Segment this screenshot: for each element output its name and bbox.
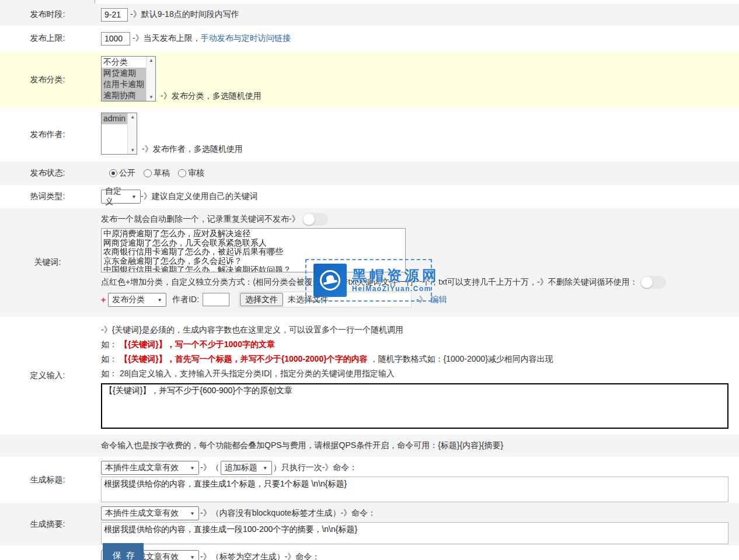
gen-title-after-text: ）只执行一次-》命令： bbox=[273, 463, 358, 473]
gen-summary-scope-value: 本插件生成文章有效 bbox=[105, 508, 179, 519]
radio-icon[interactable] bbox=[178, 169, 186, 177]
command-note-label-cell bbox=[0, 435, 95, 457]
chevron-down-icon: ▼ bbox=[157, 297, 162, 302]
define-input-example2: 如： 【{关键词}】，首先写一个标题，并写不少于{1000-2000}个字的内容… bbox=[101, 352, 739, 366]
publish-category-label: 发布分类: bbox=[0, 51, 95, 108]
publish-status-label: 发布状态: bbox=[0, 162, 95, 185]
define-input-example1: 如： 【{关键词}】，写一个不少于1000字的文章 bbox=[101, 337, 739, 352]
example-prefix: 如： bbox=[101, 369, 117, 378]
scroll-up-icon[interactable]: ▲ bbox=[130, 114, 135, 120]
category-option[interactable]: 网贷逾期 bbox=[102, 68, 146, 79]
form-row-publish-limit: 发布上限: -》当天发布上限， 手动发布与定时访问链接 bbox=[0, 26, 739, 51]
save-button[interactable]: 保存 bbox=[103, 543, 144, 560]
gen-title-mode-value: 追加标题 bbox=[225, 463, 257, 473]
example-prefix: 如： bbox=[101, 354, 117, 363]
author-id-input[interactable] bbox=[203, 293, 229, 306]
publish-author-hint: -》发布作者，多选随机使用 bbox=[142, 144, 243, 155]
example1-red-text: 【{关键词}】，写一个不少于1000字的文章 bbox=[120, 340, 275, 349]
gen-summary-hint: -》（内容没有blockquote标签才生成）-》命令： bbox=[200, 508, 376, 519]
gen-summary-command-textarea[interactable]: 根据我提供给你的内容，直接生成一段100-200个字的摘要，\n\n{标题} bbox=[101, 522, 728, 544]
hotword-type-label: 热词类型: bbox=[0, 185, 95, 208]
hotword-type-value: 自定义 bbox=[105, 186, 128, 207]
publish-time-input[interactable] bbox=[101, 8, 128, 22]
scroll-down-icon[interactable]: ▼ bbox=[149, 94, 154, 100]
gen-title-scope-select[interactable]: 本插件生成文章有效 ▼ bbox=[101, 461, 199, 475]
author-scrollbar[interactable]: ▲ ▼ bbox=[127, 113, 137, 154]
form-row-define-input: 定义输入: -》{关键词}是必须的，生成内容字数也在这里定义，可以设置多个一行一… bbox=[0, 317, 739, 435]
edit-link[interactable]: 编辑 bbox=[431, 295, 447, 305]
publish-author-label: 发布作者: bbox=[0, 108, 95, 162]
plugin-settings-page: 发布时段: -》默认9-18点的时间段内写作 发布上限: -》当天发布上限， 手… bbox=[0, 0, 739, 560]
gen-title-scope-value: 本插件生成文章有效 bbox=[105, 463, 179, 473]
example3-text: 28|自定义输入，支持输入开头指定分类ID|，指定分类的关键词使用指定输入 bbox=[120, 369, 395, 378]
author-id-label: 作者ID: bbox=[172, 295, 199, 305]
add-category-plus-icon[interactable]: + bbox=[101, 295, 106, 304]
define-input-textarea[interactable]: 【{关键词}】，并写不少于{600-900}个字的原创文章 bbox=[101, 383, 728, 429]
radio-draft[interactable]: 草稿 bbox=[144, 168, 170, 178]
keywords-dedupe-hint: 发布一个就会自动删除一个，记录重复关键词不发布-》 bbox=[101, 214, 300, 225]
chevron-down-icon: ▼ bbox=[263, 466, 268, 471]
publish-time-label: 发布时段: bbox=[0, 4, 95, 26]
category-option[interactable]: 不分类 bbox=[102, 57, 146, 68]
publish-limit-input[interactable] bbox=[101, 32, 130, 46]
manual-publish-link[interactable]: 手动发布与定时访问链接 bbox=[201, 33, 291, 44]
keyword-category-value: 发布分类 bbox=[112, 295, 145, 305]
black-hat-logo-icon bbox=[313, 264, 347, 297]
scroll-up-icon[interactable]: ▲ bbox=[149, 58, 154, 63]
form-row-gen-title: 生成标题: 本插件生成文章有效 ▼ -》（ 追加标题 ▼ ）只执行一次-》命令：… bbox=[0, 457, 739, 503]
gen-summary-scope-select[interactable]: 本插件生成文章有效 ▼ bbox=[101, 506, 199, 520]
hotword-type-hint: -》建议自定义使用自己的关键词 bbox=[141, 191, 258, 202]
radio-review-label: 审核 bbox=[188, 168, 204, 178]
gen-tags-label-cell bbox=[0, 545, 95, 560]
watermark-domain: HeiMaoZiYuan.Com bbox=[352, 285, 440, 293]
form-row-publish-author: 发布作者: admin ▲ ▼ -》发布作者，多选随机使用 bbox=[0, 108, 739, 162]
gen-title-mid-text: -》（ bbox=[200, 463, 219, 473]
hotword-type-select[interactable]: 自定义 ▼ bbox=[101, 190, 141, 204]
publish-time-hint: -》默认9-18点的时间段内写作 bbox=[130, 9, 239, 20]
command-note-text: 命令输入也是按字收费的，每个功能都会叠加QPS与费用，请根据QPS条件开启，命令… bbox=[101, 440, 503, 451]
publish-author-multiselect[interactable]: admin ▲ ▼ bbox=[101, 113, 137, 155]
chevron-down-icon: ▼ bbox=[190, 555, 195, 560]
choose-file-button[interactable]: 选择文件 bbox=[240, 293, 283, 306]
publish-limit-hint: -》当天发布上限， bbox=[133, 33, 201, 44]
radio-icon[interactable] bbox=[144, 169, 152, 177]
category-option[interactable]: 信用卡逾期 bbox=[102, 79, 146, 90]
chevron-down-icon: ▼ bbox=[190, 511, 195, 516]
form-row-publish-time: 发布时段: -》默认9-18点的时间段内写作 bbox=[0, 4, 739, 26]
publish-status-radio-group: 公开 草稿 审核 bbox=[109, 168, 204, 178]
define-input-label: 定义输入: bbox=[0, 317, 95, 435]
gen-title-label: 生成标题: bbox=[0, 457, 95, 503]
radio-public[interactable]: 公开 bbox=[109, 168, 135, 178]
gen-summary-label: 生成摘要: bbox=[0, 503, 95, 545]
example-prefix: 如： bbox=[101, 340, 117, 349]
define-input-example3: 如： 28|自定义输入，支持输入开头指定分类ID|，指定分类的关键词使用指定输入 bbox=[101, 366, 739, 381]
form-row-command-note: 命令输入也是按字收费的，每个功能都会叠加QPS与费用，请根据QPS条件开启，命令… bbox=[0, 435, 739, 457]
keyword-dedupe-toggle[interactable] bbox=[302, 213, 328, 226]
publish-limit-label: 发布上限: bbox=[0, 26, 95, 51]
chevron-down-icon: ▼ bbox=[190, 466, 195, 471]
example2-rest-text: ，随机字数格式如：{1000-2000}减少相同内容出现 bbox=[370, 354, 553, 363]
watermark-title: 黑帽资源网 bbox=[352, 268, 440, 284]
form-row-hotword-type: 热词类型: 自定义 ▼ -》建议自定义使用自己的关键词 bbox=[0, 185, 739, 208]
radio-review[interactable]: 审核 bbox=[178, 168, 204, 178]
keywords-label: 关键词: bbox=[0, 208, 95, 317]
gen-title-mode-select[interactable]: 追加标题 ▼ bbox=[221, 461, 272, 475]
form-row-publish-status: 发布状态: 公开 草稿 审核 bbox=[0, 162, 739, 185]
example2-red-text: 【{关键词}】，首先写一个标题，并写不少于{1000-2000}个字的内容 bbox=[120, 354, 368, 363]
publish-category-hint: -》发布分类，多选随机使用 bbox=[161, 91, 262, 102]
chevron-down-icon: ▼ bbox=[131, 194, 137, 200]
radio-public-label: 公开 bbox=[119, 168, 135, 178]
keyword-loop-toggle[interactable] bbox=[640, 276, 666, 289]
keyword-category-select[interactable]: 发布分类 ▼ bbox=[108, 293, 166, 307]
category-scrollbar[interactable]: ▲ ▼ bbox=[146, 57, 156, 101]
author-option[interactable]: admin bbox=[102, 113, 127, 124]
define-input-hint1: -》{关键词}是必须的，生成内容字数也在这里定义，可以设置多个一行一个随机调用 bbox=[101, 323, 739, 337]
publish-category-multiselect[interactable]: 不分类 网贷逾期 信用卡逾期 逾期协商 ▲ ▼ bbox=[101, 56, 156, 102]
radio-draft-label: 草稿 bbox=[154, 168, 170, 178]
radio-icon[interactable] bbox=[109, 169, 117, 177]
form-row-gen-summary: 生成摘要: 本插件生成文章有效 ▼ -》（内容没有blockquote标签才生成… bbox=[0, 503, 739, 545]
scroll-down-icon[interactable]: ▼ bbox=[130, 148, 135, 153]
category-option[interactable]: 逾期协商 bbox=[102, 90, 146, 101]
watermark: 黑帽资源网 HeiMaoZiYuan.Com bbox=[305, 259, 432, 302]
gen-title-command-textarea[interactable]: 根据我提供给你的内容，直接生成1个标题，只要1个标题 \n\n{标题} bbox=[101, 477, 728, 502]
